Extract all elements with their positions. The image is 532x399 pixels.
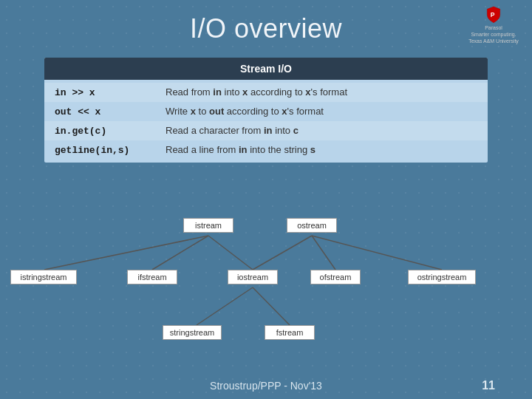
table-cmd: in >> x xyxy=(55,87,166,98)
node-iostream: iostream xyxy=(228,270,278,284)
class-hierarchy-diagram: istream ostream istringstream ifstream i… xyxy=(0,214,532,369)
svg-line-1 xyxy=(44,236,208,270)
table-desc: Write x to out according to x's format xyxy=(166,106,477,117)
table-row: out << x Write x to out according to x's… xyxy=(44,102,488,121)
page-title: I/O overview xyxy=(0,13,532,44)
hierarchy-lines xyxy=(0,214,532,369)
table-cmd: getline(in,s) xyxy=(55,145,166,156)
svg-line-3 xyxy=(208,236,253,270)
page-number: 11 xyxy=(482,379,495,392)
node-ofstream: ofstream xyxy=(310,270,361,284)
svg-line-7 xyxy=(197,287,253,325)
table-desc: Read a character from in into c xyxy=(166,125,477,136)
table-cmd: in.get(c) xyxy=(55,126,166,137)
footer-text: Stroustrup/PPP - Nov'13 xyxy=(210,380,322,392)
table-desc: Read a line from in into the string s xyxy=(166,144,477,155)
node-istringstream: istringstream xyxy=(10,270,77,284)
table-desc: Read from in into x according to x's for… xyxy=(166,86,477,98)
node-ostringstream: ostringstream xyxy=(408,270,476,284)
io-table: Stream I/O in >> x Read from in into x a… xyxy=(44,58,488,163)
node-fstream: fstream xyxy=(265,325,315,340)
table-row: in >> x Read from in into x according to… xyxy=(44,83,488,102)
svg-line-8 xyxy=(253,287,290,325)
table-cmd: out << x xyxy=(55,106,166,117)
table-header: Stream I/O xyxy=(44,58,488,80)
table-row: in.get(c) Read a character from in into … xyxy=(44,121,488,140)
svg-line-4 xyxy=(253,236,312,270)
node-ostream: ostream xyxy=(287,218,337,233)
svg-line-2 xyxy=(152,236,208,270)
node-ifstream: ifstream xyxy=(127,270,177,284)
node-istream: istream xyxy=(183,218,233,233)
footer: Stroustrup/PPP - Nov'13 11 xyxy=(0,380,532,392)
table-row: getline(in,s) Read a line from in into t… xyxy=(44,140,488,160)
table-body: in >> x Read from in into x according to… xyxy=(44,80,488,163)
node-stringstream: stringstream xyxy=(163,325,222,340)
slide: P Parasol Smarter computing. Texas A&M U… xyxy=(0,0,532,399)
